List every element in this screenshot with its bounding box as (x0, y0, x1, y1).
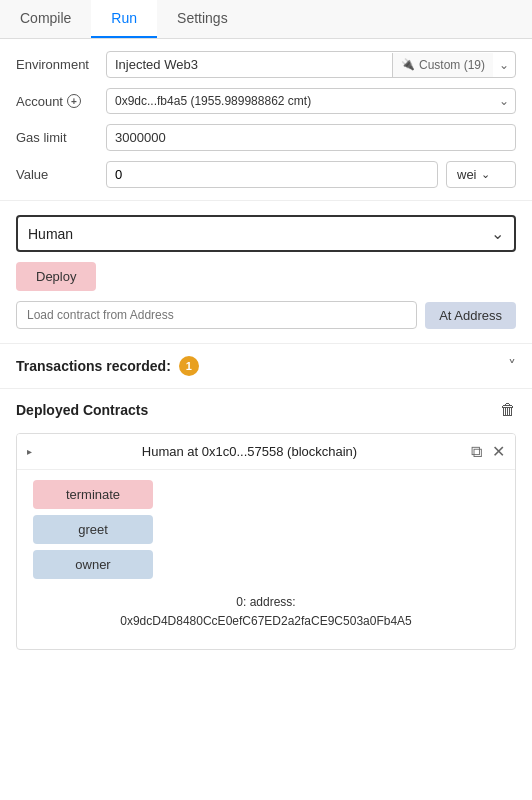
transactions-badge: 1 (179, 356, 199, 376)
contract-select-label: Human (28, 226, 73, 242)
deployed-header: Deployed Contracts 🗑 (16, 401, 516, 419)
owner-button[interactable]: owner (33, 550, 153, 579)
copy-icon[interactable]: ⧉ (471, 443, 482, 461)
transactions-label: Transactions recorded: 1 (16, 356, 199, 376)
transactions-chevron-icon: ˅ (508, 357, 516, 376)
account-arrow-icon[interactable]: ⌄ (493, 89, 515, 113)
greet-button[interactable]: greet (33, 515, 153, 544)
add-account-icon[interactable]: + (67, 94, 81, 108)
address-output: 0: address: 0x9dcD4D8480CcE0efC67ED2a2fa… (33, 585, 499, 639)
close-icon[interactable]: ✕ (492, 442, 505, 461)
output-label: 0: address: (37, 593, 495, 612)
contract-select-box[interactable]: Human ⌄ (16, 215, 516, 252)
value-row: Value wei ⌄ (16, 161, 516, 188)
at-address-button[interactable]: At Address (425, 302, 516, 329)
trash-icon[interactable]: 🗑 (500, 401, 516, 419)
value-input[interactable] (106, 161, 438, 188)
tab-bar: Compile Run Settings (0, 0, 532, 39)
deployed-title: Deployed Contracts (16, 402, 148, 418)
environment-label: Environment (16, 57, 106, 72)
account-select[interactable]: 0x9dc...fb4a5 (1955.989988862 cmt) ⌄ (106, 88, 516, 114)
deployed-section: Deployed Contracts 🗑 ▸ Human at 0x1c0...… (0, 389, 532, 662)
deploy-section: Human ⌄ Deploy At Address (0, 201, 532, 344)
account-row: Account + 0x9dc...fb4a5 (1955.989988862 … (16, 88, 516, 114)
main-content: Environment Injected Web3 🔌 Custom (19) … (0, 39, 532, 662)
unit-arrow-icon: ⌄ (481, 168, 490, 181)
environment-row: Environment Injected Web3 🔌 Custom (19) … (16, 51, 516, 78)
gas-limit-input[interactable] (106, 124, 516, 151)
environment-value: Injected Web3 (107, 52, 392, 77)
transactions-section[interactable]: Transactions recorded: 1 ˅ (0, 344, 532, 389)
contract-name: Human at 0x1c0...57558 (blockchain) (38, 444, 461, 459)
account-label: Account + (16, 94, 106, 109)
contract-item-header: ▸ Human at 0x1c0...57558 (blockchain) ⧉ … (17, 434, 515, 470)
environment-arrow-icon[interactable]: ⌄ (493, 53, 515, 77)
tab-settings[interactable]: Settings (157, 0, 248, 38)
account-value: 0x9dc...fb4a5 (1955.989988862 cmt) (107, 89, 493, 113)
contract-select-arrow: ⌄ (491, 224, 504, 243)
environment-custom: 🔌 Custom (19) (392, 53, 493, 77)
environment-select[interactable]: Injected Web3 🔌 Custom (19) ⌄ (106, 51, 516, 78)
plug-icon: 🔌 (401, 58, 415, 71)
at-address-input[interactable] (16, 301, 417, 329)
contract-item: ▸ Human at 0x1c0...57558 (blockchain) ⧉ … (16, 433, 516, 650)
unit-value: wei (457, 167, 477, 182)
at-address-row: At Address (16, 301, 516, 329)
tab-run[interactable]: Run (91, 0, 157, 38)
expand-arrow-icon[interactable]: ▸ (27, 446, 32, 457)
gas-limit-label: Gas limit (16, 130, 106, 145)
gas-limit-row: Gas limit (16, 124, 516, 151)
form-section: Environment Injected Web3 🔌 Custom (19) … (0, 39, 532, 201)
value-label: Value (16, 167, 106, 182)
tab-compile[interactable]: Compile (0, 0, 91, 38)
terminate-button[interactable]: terminate (33, 480, 153, 509)
output-address: 0x9dcD4D8480CcE0efC67ED2a2faCE9C503a0Fb4… (37, 612, 495, 631)
contract-functions: terminate greet owner 0: address: 0x9dcD… (17, 470, 515, 649)
unit-select[interactable]: wei ⌄ (446, 161, 516, 188)
deploy-button[interactable]: Deploy (16, 262, 96, 291)
